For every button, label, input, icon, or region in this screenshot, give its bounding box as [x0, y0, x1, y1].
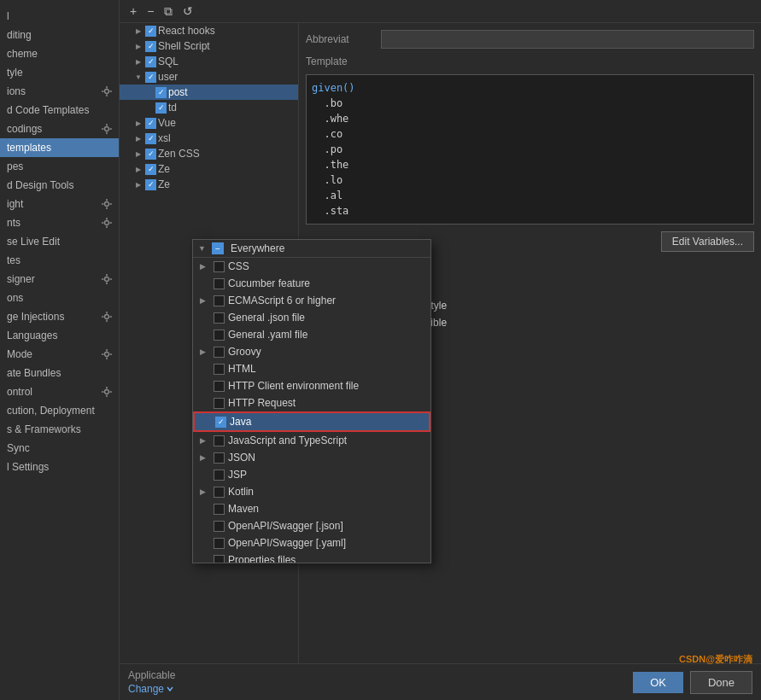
undo-button[interactable]: ↺: [179, 3, 196, 19]
dropdown-item-jsp[interactable]: JSP: [193, 466, 430, 483]
tree-item-shell-script[interactable]: ▶ Shell Script: [120, 38, 298, 54]
tree-item-user[interactable]: ▼ user: [120, 69, 298, 85]
edit-variables-button[interactable]: Edit Variables...: [661, 231, 754, 252]
checkbox-zen-css[interactable]: [145, 149, 156, 160]
dropdown-item-javascript[interactable]: ▶ JavaScript and TypeScript: [193, 432, 430, 449]
settings-icon-3: [102, 199, 112, 209]
copy-button[interactable]: ⧉: [161, 3, 176, 19]
dropdown-item-properties[interactable]: Properties files: [193, 551, 430, 563]
sidebar-item-nts[interactable]: nts: [0, 213, 119, 232]
dropdown-item-openapi-json[interactable]: OpenAPI/Swagger [.json]: [193, 517, 430, 534]
sidebar-item-templates[interactable]: templates: [0, 138, 119, 157]
dropdown-item-http-request[interactable]: HTTP Request: [193, 394, 430, 411]
sidebar-item-language-injections[interactable]: ge Injections: [0, 307, 119, 326]
svg-rect-24: [110, 278, 113, 280]
checkbox-openapi-yaml[interactable]: [214, 538, 225, 549]
checkbox-http-request[interactable]: [214, 398, 225, 409]
checkbox-xsl[interactable]: [145, 133, 156, 144]
sidebar-item-settings[interactable]: l Settings: [0, 458, 119, 476]
tree-item-zen-css[interactable]: ▶ Zen CSS: [120, 146, 298, 161]
cancel-button[interactable]: Done: [690, 671, 752, 694]
add-button[interactable]: +: [126, 3, 140, 19]
everywhere-checkbox[interactable]: −: [212, 242, 224, 254]
change-link[interactable]: Change: [128, 683, 175, 695]
sidebar-item-inspections[interactable]: ions: [0, 82, 119, 101]
checkbox-json[interactable]: [214, 452, 225, 464]
sidebar-item-code-templates[interactable]: d Code Templates: [0, 101, 119, 120]
dropdown-item-java[interactable]: Java: [193, 411, 430, 432]
tree-item-vue[interactable]: ▶ Vue: [120, 115, 298, 131]
dropdown-item-ecmascript[interactable]: ▶ ECMAScript 6 or higher: [193, 292, 430, 309]
checkbox-vue[interactable]: [145, 118, 156, 129]
sidebar-item-frameworks[interactable]: s & Frameworks: [0, 420, 119, 439]
dropdown-item-http-client[interactable]: HTTP Client environment file: [193, 377, 430, 394]
sidebar-item-mode[interactable]: Mode: [0, 345, 119, 364]
dropdown-item-json[interactable]: ▶ JSON: [193, 449, 430, 466]
tree-item-post[interactable]: post: [120, 85, 298, 100]
dropdown-header-everywhere[interactable]: ▼ − Everywhere: [193, 240, 430, 258]
checkbox-http-client[interactable]: [214, 381, 225, 392]
sidebar-item-general[interactable]: l: [0, 7, 119, 26]
sidebar-item-sync[interactable]: Sync: [0, 439, 119, 458]
sidebar-item-control[interactable]: ontrol: [0, 382, 119, 401]
checkbox-user[interactable]: [145, 72, 156, 83]
sidebar-item-live-edit[interactable]: se Live Edit: [0, 232, 119, 251]
sidebar-item-execution[interactable]: cution, Deployment: [0, 401, 119, 420]
checkbox-ze2[interactable]: [145, 179, 156, 190]
checkbox-properties[interactable]: [214, 555, 225, 564]
tree-item-ze1[interactable]: ▶ Ze: [120, 161, 298, 177]
checkbox-td[interactable]: [155, 102, 167, 114]
expand-arrow-kotlin: ▶: [200, 487, 210, 496]
expand-icon-9: ▶: [133, 149, 143, 159]
checkbox-javascript[interactable]: [214, 435, 225, 446]
tree-item-xsl[interactable]: ▶ xsl: [120, 131, 298, 146]
dropdown-item-openapi-yaml[interactable]: OpenAPI/Swagger [.yaml]: [193, 534, 430, 551]
checkbox-react-hooks[interactable]: [145, 26, 156, 37]
checkbox-general-json[interactable]: [214, 312, 225, 324]
checkbox-shell-script[interactable]: [145, 41, 156, 52]
sidebar-item-signer[interactable]: signer: [0, 270, 119, 289]
tree-item-td[interactable]: td: [120, 100, 298, 115]
sidebar-item-ons[interactable]: ons: [0, 289, 119, 307]
checkbox-jsp[interactable]: [214, 470, 225, 481]
checkbox-sql[interactable]: [145, 56, 156, 67]
checkbox-java[interactable]: [215, 417, 226, 428]
sidebar-item-types[interactable]: pes: [0, 157, 119, 176]
dropdown-item-groovy[interactable]: ▶ Groovy: [193, 343, 430, 360]
sidebar-item-tes[interactable]: tes: [0, 251, 119, 270]
checkbox-ecmascript[interactable]: [214, 295, 225, 306]
sidebar-item-ight[interactable]: ight: [0, 195, 119, 213]
dropdown-item-kotlin[interactable]: ▶ Kotlin: [193, 483, 430, 500]
checkbox-general-yaml[interactable]: [214, 330, 225, 341]
sidebar-item-scheme[interactable]: cheme: [0, 44, 119, 63]
sidebar-item-late-bundles[interactable]: ate Bundles: [0, 364, 119, 382]
code-area[interactable]: given() .bo .whe .co .po .the .lo .al .s…: [306, 74, 754, 225]
checkbox-maven[interactable]: [214, 504, 225, 515]
checkbox-post[interactable]: [155, 87, 167, 98]
sidebar-item-languages[interactable]: Languages: [0, 326, 119, 345]
tree-item-ze2[interactable]: ▶ Ze: [120, 177, 298, 192]
checkbox-cucumber[interactable]: [214, 278, 225, 289]
sidebar-item-codings[interactable]: codings: [0, 120, 119, 138]
tree-item-sql[interactable]: ▶ SQL: [120, 54, 298, 69]
dropdown-item-maven[interactable]: Maven: [193, 500, 430, 517]
sidebar-item-editing[interactable]: diting: [0, 26, 119, 44]
dropdown-item-general-json[interactable]: General .json file: [193, 309, 430, 326]
expand-arrow-ecmascript: ▶: [200, 296, 210, 305]
dropdown-item-html[interactable]: HTML: [193, 360, 430, 377]
sidebar-item-style[interactable]: tyle: [0, 63, 119, 82]
ok-button[interactable]: OK: [633, 672, 683, 693]
checkbox-kotlin[interactable]: [214, 487, 225, 498]
checkbox-html[interactable]: [214, 364, 225, 375]
checkbox-ze1[interactable]: [145, 164, 156, 175]
checkbox-css[interactable]: [214, 261, 225, 272]
dropdown-item-css[interactable]: ▶ CSS: [193, 258, 430, 275]
tree-item-react-hooks[interactable]: ▶ React hooks: [120, 23, 298, 38]
dropdown-item-general-yaml[interactable]: General .yaml file: [193, 326, 430, 343]
abbreviation-input[interactable]: [381, 30, 754, 49]
dropdown-item-cucumber[interactable]: Cucumber feature: [193, 275, 430, 292]
checkbox-openapi-json[interactable]: [214, 521, 225, 532]
sidebar-item-design-tools[interactable]: d Design Tools: [0, 176, 119, 195]
checkbox-groovy[interactable]: [214, 347, 225, 358]
remove-button[interactable]: −: [143, 3, 157, 19]
